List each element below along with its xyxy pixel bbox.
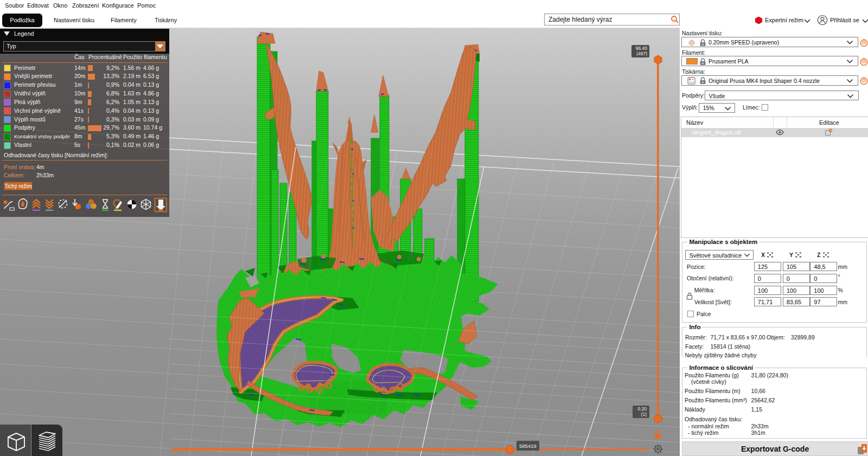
svg-text:585419: 585419 [519, 443, 537, 449]
svg-text:96.40: 96.40 [636, 46, 648, 51]
svg-text:(497): (497) [636, 51, 647, 56]
svg-text:0.20: 0.20 [637, 406, 647, 412]
svg-text:(1): (1) [641, 412, 647, 417]
